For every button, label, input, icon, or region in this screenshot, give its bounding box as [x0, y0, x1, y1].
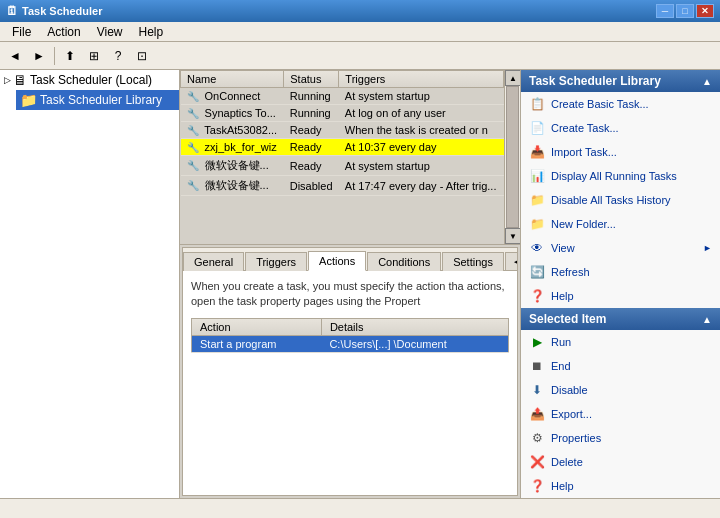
- task-row[interactable]: 🔧 OnConnect Running At system startup: [181, 88, 504, 105]
- toolbar: ◄ ► ⬆ ⊞ ? ⊡: [0, 42, 720, 70]
- col-status[interactable]: Status: [284, 71, 339, 88]
- bottom-area: General Triggers Actions Conditions Sett…: [182, 247, 518, 496]
- actions-library-items: 📋 Create Basic Task... 📄 Create Task... …: [521, 92, 720, 308]
- selected-action-link-disable[interactable]: ⬇ Disable: [521, 378, 720, 402]
- scroll-down-arrow[interactable]: ▼: [505, 228, 520, 244]
- menu-help[interactable]: Help: [131, 23, 172, 41]
- task-row[interactable]: 🔧 微软设备键... Disabled At 17:47 every day -…: [181, 176, 504, 196]
- minimize-button[interactable]: ─: [656, 4, 674, 18]
- title-bar-controls: ─ □ ✕: [656, 4, 714, 18]
- back-button[interactable]: ◄: [4, 45, 26, 67]
- collapse-selected-icon: ▲: [702, 314, 712, 325]
- close-button[interactable]: ✕: [696, 4, 714, 18]
- up-button[interactable]: ⬆: [59, 45, 81, 67]
- action-link-view[interactable]: 👁 View ►: [521, 236, 720, 260]
- selected-action-link-help2[interactable]: ❓ Help: [521, 474, 720, 498]
- actions-header-selected-label: Selected Item: [529, 312, 606, 326]
- task-row[interactable]: 🔧 TaskAt53082... Ready When the task is …: [181, 122, 504, 139]
- action-type-cell: Start a program: [192, 335, 322, 352]
- menu-action[interactable]: Action: [39, 23, 88, 41]
- collapse-library-icon: ▲: [702, 76, 712, 87]
- selected-action-link-end[interactable]: ⏹ End: [521, 354, 720, 378]
- task-icon: 🔧: [187, 160, 199, 171]
- tab-more[interactable]: ◄►: [505, 252, 518, 270]
- new-folder-label: New Folder...: [551, 218, 616, 230]
- action-table-header: Action Details: [192, 318, 509, 335]
- new-folder-icon: 📁: [529, 216, 545, 232]
- task-trigger-cell: At 10:37 every day: [339, 139, 504, 156]
- task-status-cell: Ready: [284, 122, 339, 139]
- end-icon: ⏹: [529, 358, 545, 374]
- action-row[interactable]: Start a program C:\Users\[...] \Document: [192, 335, 509, 352]
- action-link-disable-history[interactable]: 📁 Disable All Tasks History: [521, 188, 720, 212]
- task-table-body: 🔧 OnConnect Running At system startup 🔧 …: [181, 88, 504, 196]
- computer-icon: 🖥: [13, 72, 27, 88]
- run-icon: ▶: [529, 334, 545, 350]
- actions-header-library[interactable]: Task Scheduler Library ▲: [521, 70, 720, 92]
- create-basic-task-label: Create Basic Task...: [551, 98, 649, 110]
- task-name-cell: 🔧 TaskAt53082...: [181, 122, 284, 139]
- task-status-cell: Disabled: [284, 176, 339, 196]
- task-trigger-cell: When the task is created or n: [339, 122, 504, 139]
- task-status-cell: Ready: [284, 139, 339, 156]
- action-link-display-running[interactable]: 📊 Display All Running Tasks: [521, 164, 720, 188]
- tree-library[interactable]: 📁 Task Scheduler Library: [16, 90, 179, 110]
- help-button[interactable]: ?: [107, 45, 129, 67]
- action-link-refresh[interactable]: 🔄 Refresh: [521, 260, 720, 284]
- grid-button[interactable]: ⊞: [83, 45, 105, 67]
- disable-history-icon: 📁: [529, 192, 545, 208]
- refresh-label: Refresh: [551, 266, 590, 278]
- status-bar: [0, 498, 720, 518]
- end-label: End: [551, 360, 571, 372]
- col-triggers[interactable]: Triggers: [339, 71, 504, 88]
- actions-header-library-label: Task Scheduler Library: [529, 74, 661, 88]
- list-outer: Name Status Triggers 🔧 OnConnect Running…: [180, 70, 520, 244]
- task-list-scroll[interactable]: Name Status Triggers 🔧 OnConnect Running…: [180, 70, 504, 244]
- scroll-up-arrow[interactable]: ▲: [505, 70, 520, 86]
- tab-conditions[interactable]: Conditions: [367, 252, 441, 271]
- action-details-cell: C:\Users\[...] \Document: [321, 335, 508, 352]
- maximize-button[interactable]: □: [676, 4, 694, 18]
- submenu-arrow-icon: ►: [703, 243, 712, 253]
- selected-action-link-properties[interactable]: ⚙ Properties: [521, 426, 720, 450]
- tree-expand-icon: ▷: [4, 75, 11, 85]
- help-icon: ❓: [529, 288, 545, 304]
- action-link-new-folder[interactable]: 📁 New Folder...: [521, 212, 720, 236]
- tab-triggers[interactable]: Triggers: [245, 252, 307, 271]
- delete-label: Delete: [551, 456, 583, 468]
- task-row[interactable]: 🔧 微软设备键... Ready At system startup: [181, 156, 504, 176]
- help2-icon: ❓: [529, 478, 545, 494]
- task-status-cell: Running: [284, 88, 339, 105]
- action-link-import-task[interactable]: 📥 Import Task...: [521, 140, 720, 164]
- task-list-scrollbar[interactable]: ▲ ▼: [504, 70, 520, 244]
- tab-settings[interactable]: Settings: [442, 252, 504, 271]
- forward-button[interactable]: ►: [28, 45, 50, 67]
- scroll-thumb[interactable]: [506, 86, 519, 228]
- task-name-cell: 🔧 zxj_bk_for_wiz: [181, 139, 284, 156]
- options-button[interactable]: ⊡: [131, 45, 153, 67]
- action-link-help[interactable]: ❓ Help: [521, 284, 720, 308]
- task-row[interactable]: 🔧 zxj_bk_for_wiz Ready At 10:37 every da…: [181, 139, 504, 156]
- selected-action-link-delete[interactable]: ❌ Delete: [521, 450, 720, 474]
- tab-general[interactable]: General: [183, 252, 244, 271]
- import-task-label: Import Task...: [551, 146, 617, 158]
- menu-view[interactable]: View: [89, 23, 131, 41]
- selected-action-link-run[interactable]: ▶ Run: [521, 330, 720, 354]
- import-task-icon: 📥: [529, 144, 545, 160]
- tree-root[interactable]: ▷ 🖥 Task Scheduler (Local): [0, 70, 179, 90]
- task-trigger-cell: At log on of any user: [339, 105, 504, 122]
- menu-file[interactable]: File: [4, 23, 39, 41]
- actions-header-selected[interactable]: Selected Item ▲: [521, 308, 720, 330]
- selected-action-link-export[interactable]: 📤 Export...: [521, 402, 720, 426]
- action-link-create-task[interactable]: 📄 Create Task...: [521, 116, 720, 140]
- actions-section-library: Task Scheduler Library ▲ 📋 Create Basic …: [521, 70, 720, 308]
- action-link-create-basic-task[interactable]: 📋 Create Basic Task...: [521, 92, 720, 116]
- action-col-action: Action: [192, 318, 322, 335]
- col-name[interactable]: Name: [181, 71, 284, 88]
- task-icon: 🔧: [187, 142, 199, 153]
- task-table: Name Status Triggers 🔧 OnConnect Running…: [180, 70, 504, 196]
- tab-actions[interactable]: Actions: [308, 251, 366, 271]
- actions-panel: Task Scheduler Library ▲ 📋 Create Basic …: [520, 70, 720, 498]
- task-name-cell: 🔧 微软设备键...: [181, 176, 284, 196]
- task-row[interactable]: 🔧 Synaptics To... Running At log on of a…: [181, 105, 504, 122]
